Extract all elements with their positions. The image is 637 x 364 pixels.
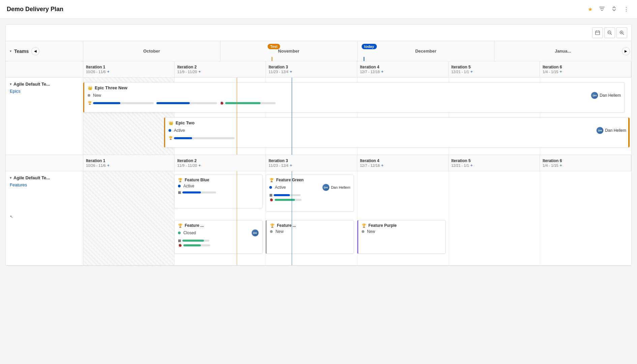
- trophy-bar-icon1: 🏆: [88, 101, 92, 105]
- collapse-teams-button[interactable]: ▾: [10, 49, 11, 53]
- feature-new-dot: [270, 230, 273, 233]
- trophy-icon-purple: 🏆: [362, 223, 366, 228]
- add-t2-iter4-btn[interactable]: +: [381, 163, 384, 168]
- epic-two-assignee: Dan Hellem: [605, 128, 626, 133]
- team2-section: ▾ Agile Default Te... Features ↖: [6, 171, 631, 266]
- zoom-out-button[interactable]: [604, 27, 615, 38]
- team1-collapse-btn[interactable]: ▾: [10, 82, 11, 86]
- epic-two-status-dot: [169, 129, 171, 132]
- add-iter4-btn[interactable]: +: [381, 69, 384, 74]
- add-t2-iter1-btn[interactable]: +: [107, 163, 110, 168]
- teams-label: Teams: [14, 49, 29, 54]
- add-iter5-btn[interactable]: +: [471, 69, 473, 74]
- feature-green-assignee: Dan Hellem: [331, 185, 350, 189]
- add-iter2-btn[interactable]: +: [199, 69, 201, 74]
- epic-two-title: Epic Two: [176, 120, 194, 125]
- today-marker: today: [362, 44, 377, 49]
- timeline-header: ▾ Teams ◀ Test today October November: [6, 41, 631, 61]
- toolbar: [6, 25, 631, 41]
- add-iter6-btn[interactable]: +: [559, 69, 562, 74]
- feature-green-card[interactable]: 🏆 Feature Green Active DH Dan Hellem: [266, 175, 354, 212]
- trophy-bar-icon2: 🏆: [169, 136, 173, 140]
- feature-blue-status: Active: [183, 184, 194, 188]
- cursor-indicator: ↖: [10, 214, 79, 219]
- bug-icon-cl: 🐞: [178, 243, 182, 247]
- feature-new-card[interactable]: 🏆 Feature ... New: [266, 220, 354, 254]
- plan-container: ▾ Teams ◀ Test today October November: [5, 24, 632, 266]
- team1-name: Agile Default Te...: [13, 82, 50, 87]
- team2-iteration-row: Iteration 1 10/26 - 11/6 + Iteration 2 1…: [6, 155, 631, 171]
- feature-green-avatar: DH: [322, 184, 330, 191]
- team1-iter2: Iteration 2 11/9 - 11/20 +: [175, 61, 266, 77]
- epic-three-assignee: Dan Hellem: [600, 93, 621, 98]
- month-october: October: [83, 41, 220, 61]
- team2-iter6: Iteration 6 1/4 - 1/15 +: [540, 155, 631, 171]
- bars-icon-fb: ▦: [178, 190, 181, 194]
- bug-bar-icon1: 🐞: [220, 101, 224, 105]
- feature-new-title: Feature ...: [277, 223, 296, 228]
- team2-type-link[interactable]: Features: [10, 182, 27, 187]
- epic-three-card[interactable]: 👑 Epic Three New New DH Dan Hellem 🏆: [83, 82, 625, 113]
- test-vertical-line: [237, 78, 237, 155]
- feature-green-status: Active: [275, 185, 286, 190]
- trophy-icon-closed: 🏆: [178, 223, 183, 228]
- feature-blue-dot: [178, 185, 181, 187]
- team1-iter3: Iteration 3 11/23 - 12/4 +: [266, 61, 357, 77]
- more-options-icon[interactable]: ⋮: [622, 5, 630, 14]
- team1-sidebar: ▾ Agile Default Te... Epics: [6, 78, 83, 155]
- feature-green-dot: [269, 186, 272, 189]
- bars-icon-fg: ▦: [269, 193, 272, 197]
- page-title: Demo Delivery Plan: [7, 6, 63, 13]
- team1-iter1: Iteration 1 10/26 - 11/6 +: [83, 61, 175, 77]
- header-actions: ★ ⋮: [586, 5, 630, 14]
- crown-icon: 👑: [88, 86, 93, 90]
- feature-purple-status: New: [367, 229, 375, 234]
- trophy-icon-new: 🏆: [270, 223, 275, 228]
- team2-iterations: Iteration 1 10/26 - 11/6 + Iteration 2 1…: [83, 155, 631, 171]
- app-header: Demo Delivery Plan ★ ⋮: [0, 0, 637, 19]
- feature-closed-card[interactable]: 🏆 Feature ... Closed DH ▦: [174, 220, 263, 254]
- team1-iterations: Iteration 1 10/26 - 11/6 + Iteration 2 1…: [83, 61, 631, 77]
- feature-green-title: Feature Green: [276, 178, 303, 182]
- feature-purple-dot: [362, 230, 364, 233]
- feature-purple-card[interactable]: 🏆 Feature Purple New: [357, 220, 446, 254]
- epic-two-card[interactable]: 👑 Epic Two Active DH Dan Hellem 🏆: [164, 117, 630, 148]
- nav-next-button[interactable]: ▶: [622, 47, 630, 55]
- epic-two-avatar: DH: [596, 127, 604, 134]
- team2-collapse-btn[interactable]: ▾: [10, 176, 11, 180]
- team2-iter3: Iteration 3 11/23 - 12/4 +: [266, 155, 357, 171]
- month-december: December: [358, 41, 495, 61]
- epic-three-title: Epic Three New: [95, 85, 127, 90]
- team2-iter2: Iteration 2 11/9 - 11/20 +: [175, 155, 266, 171]
- zoom-in-button[interactable]: [616, 27, 627, 38]
- star-icon[interactable]: ★: [586, 5, 594, 14]
- team1-spacer: [6, 61, 83, 77]
- feature-blue-title: Feature Blue: [185, 178, 209, 182]
- collapse-icon[interactable]: [610, 5, 618, 14]
- feature-purple-title: Feature Purple: [368, 223, 397, 228]
- epic-three-status-dot: [88, 94, 90, 97]
- add-t2-iter2-btn[interactable]: +: [199, 163, 201, 168]
- add-t2-iter5-btn[interactable]: +: [471, 163, 473, 168]
- test-vline-2: [237, 171, 237, 265]
- feature-blue-card[interactable]: 🏆 Feature Blue Active ▦: [174, 175, 263, 208]
- calendar-button[interactable]: [592, 27, 603, 38]
- add-iter1-btn[interactable]: +: [107, 69, 110, 74]
- nav-prev-button[interactable]: ◀: [31, 47, 39, 55]
- team1-iter6: Iteration 6 1/4 - 1/15 +: [540, 61, 631, 77]
- team2-iter5: Iteration 5 12/21 - 1/1 +: [449, 155, 540, 171]
- filter-icon[interactable]: [598, 5, 606, 14]
- month-january: Janua... ▶: [494, 41, 631, 61]
- epic-three-avatar: DH: [591, 92, 598, 99]
- epic-two-right-accent: [628, 118, 630, 147]
- add-t2-iter3-btn[interactable]: +: [290, 163, 292, 168]
- months-row: Test today October November December Jan…: [83, 41, 631, 61]
- add-t2-iter6-btn[interactable]: +: [559, 163, 562, 168]
- bars-icon-cl: ▦: [178, 239, 181, 242]
- today-vertical-line: [292, 78, 292, 155]
- trophy-icon-green: 🏆: [269, 178, 274, 182]
- team2-iter1: Iteration 1 10/26 - 11/6 +: [83, 155, 175, 171]
- team1-type-link[interactable]: Epics: [10, 89, 21, 94]
- feature-new-status: New: [275, 229, 283, 234]
- add-iter3-btn[interactable]: +: [290, 69, 292, 74]
